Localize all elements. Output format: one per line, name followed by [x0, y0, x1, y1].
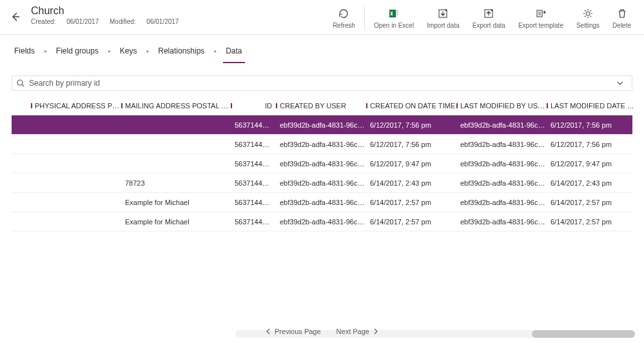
back-button[interactable] [6, 8, 24, 26]
cell-c6: ebf39d2b-adfa-4831-96c6-5b24a46... [456, 141, 547, 148]
cell-c5: 6/12/2017, 7:56 pm [366, 141, 456, 148]
cell-c5: 6/14/2017, 2:43 pm [366, 179, 456, 187]
cell-c6: ebf39d2b-adfa-4831-96c6-5b24a46... [456, 179, 547, 187]
title-block: Church Created: 06/01/2017 Modified: 06/… [31, 5, 188, 25]
cell-c3: 5637144577 [231, 121, 276, 129]
import-icon [437, 8, 449, 19]
export-data-button[interactable]: Export data [466, 5, 512, 32]
previous-page-button[interactable]: Previous Page [266, 328, 321, 335]
grid-body: 5637144577ebf39d2b-adfa-4831-96c6-5b24a4… [12, 115, 632, 231]
svg-point-10 [17, 80, 23, 85]
svg-rect-2 [396, 12, 398, 14]
tab-separator: ● [139, 44, 155, 63]
cell-c2: 78723 [121, 179, 231, 187]
tab-data[interactable]: Data [223, 44, 244, 63]
col-header-id[interactable]: ID [231, 102, 276, 110]
next-page-label: Next Page [337, 328, 369, 335]
export-icon [483, 8, 494, 19]
cell-c5: 6/12/2017, 9:47 pm [366, 160, 456, 168]
col-header-modified-by[interactable]: LAST MODIFIED BY USER [456, 102, 547, 110]
created-label: Created: [31, 18, 55, 25]
cell-c3: 5637144578 [231, 141, 276, 148]
cell-c4: ebf39d2b-adfa-4831-96c6-5b24a46... [276, 199, 366, 206]
col-header-physical-postal[interactable]: PHYSICAL ADDRESS POSTAL CODE [31, 102, 121, 110]
col-header-mailing-postal[interactable]: MAILING ADDRESS POSTAL CODE [121, 102, 231, 110]
cell-c7: 6/12/2017, 7:56 pm [547, 141, 637, 148]
cell-c6: ebf39d2b-adfa-4831-96c6-5b24a46... [456, 199, 547, 206]
settings-button[interactable]: Settings [570, 5, 606, 32]
import-data-button[interactable]: Import data [420, 5, 466, 32]
svg-rect-3 [396, 14, 398, 15]
page-title: Church [31, 5, 188, 17]
refresh-icon [338, 8, 349, 19]
trash-icon [616, 8, 628, 19]
export-template-icon [535, 8, 547, 19]
cell-c4: ebf39d2b-adfa-4831-96c6-5b24a46... [276, 160, 366, 168]
svg-point-5 [445, 10, 447, 11]
table-row[interactable]: 5637144578ebf39d2b-adfa-4831-96c6-5b24a4… [12, 135, 632, 154]
open-excel-label: Open in Excel [374, 22, 414, 29]
cell-c7: 6/14/2017, 2:57 pm [547, 218, 637, 226]
svg-rect-1 [396, 10, 398, 12]
next-page-button[interactable]: Next Page [337, 328, 378, 335]
separator [364, 6, 365, 30]
cell-c5: 6/12/2017, 7:56 pm [366, 121, 456, 129]
refresh-button[interactable]: Refresh [326, 5, 362, 32]
export-template-label: Export template [518, 22, 563, 29]
created-value: 06/01/2017 [66, 18, 99, 25]
cell-c4: ebf39d2b-adfa-4831-96c6-5b24a46... [276, 218, 366, 226]
cell-c7: 6/12/2017, 9:47 pm [547, 160, 637, 168]
cell-c2: Example for Michael [121, 218, 231, 226]
grid-header: PHYSICAL ADDRESS POSTAL CODE MAILING ADD… [12, 96, 632, 115]
delete-button[interactable]: Delete [606, 5, 638, 32]
tab-separator: ● [101, 44, 117, 63]
col-header-created-by[interactable]: CREATED BY USER [276, 102, 366, 110]
search-row [12, 75, 632, 91]
tab-keys[interactable]: Keys [117, 44, 140, 63]
import-label: Import data [427, 22, 460, 29]
data-grid: PHYSICAL ADDRESS POSTAL CODE MAILING ADD… [12, 96, 632, 231]
table-row[interactable]: Example for Michael5637144589ebf39d2b-ad… [12, 212, 632, 231]
cell-c6: ebf39d2b-adfa-4831-96c6-5b24a46... [456, 160, 547, 168]
excel-icon [388, 8, 400, 19]
cell-c2: Example for Michael [121, 199, 231, 206]
export-template-button[interactable]: Export template [512, 5, 570, 32]
meta-line: Created: 06/01/2017 Modified: 06/01/2017 [31, 18, 188, 25]
cell-c6: ebf39d2b-adfa-4831-96c6-5b24a46... [456, 121, 547, 129]
cell-c7: 6/14/2017, 2:43 pm [547, 179, 637, 187]
cell-c5: 6/14/2017, 2:57 pm [366, 218, 456, 226]
table-row[interactable]: Example for Michael5637144588ebf39d2b-ad… [12, 193, 632, 212]
cell-c3: 5637144582 [231, 179, 276, 187]
search-icon [16, 79, 25, 88]
cell-c5: 6/14/2017, 2:57 pm [366, 199, 456, 206]
arrow-left-icon [10, 12, 21, 22]
cell-c3: 5637144581 [231, 160, 276, 168]
table-row[interactable]: 5637144577ebf39d2b-adfa-4831-96c6-5b24a4… [12, 115, 632, 135]
col-header-created-on[interactable]: CREATED ON DATE TIME [366, 102, 456, 110]
tab-bar: Fields ● Field groups ● Keys ● Relations… [0, 35, 644, 64]
cell-c3: 5637144589 [231, 218, 276, 226]
delete-label: Delete [612, 22, 631, 29]
cell-c7: 6/12/2017, 7:56 pm [547, 121, 637, 129]
chevron-left-icon [266, 328, 272, 335]
content-area: PHYSICAL ADDRESS POSTAL CODE MAILING ADD… [0, 64, 644, 231]
table-row[interactable]: 787235637144582ebf39d2b-adfa-4831-96c6-5… [12, 173, 632, 193]
chevron-down-icon [616, 79, 624, 87]
tab-fields[interactable]: Fields [12, 44, 37, 63]
svg-rect-0 [389, 10, 396, 17]
tab-relationships[interactable]: Relationships [155, 44, 207, 63]
search-input[interactable] [29, 79, 612, 88]
cell-c7: 6/14/2017, 2:57 pm [547, 199, 637, 206]
expand-search-button[interactable] [612, 79, 628, 87]
svg-point-7 [491, 10, 493, 11]
chevron-right-icon [372, 328, 378, 335]
open-excel-button[interactable]: Open in Excel [367, 5, 420, 32]
previous-page-label: Previous Page [275, 328, 321, 335]
modified-label: Modified: [110, 18, 136, 25]
svg-point-9 [586, 12, 590, 15]
table-row[interactable]: 5637144581ebf39d2b-adfa-4831-96c6-5b24a4… [12, 154, 632, 173]
col-header-modified-date[interactable]: LAST MODIFIED DATE TIME [547, 102, 637, 110]
cell-c6: ebf39d2b-adfa-4831-96c6-5b24a46... [456, 218, 547, 226]
pager: Previous Page Next Page [0, 320, 644, 343]
tab-field-groups[interactable]: Field groups [54, 44, 101, 63]
